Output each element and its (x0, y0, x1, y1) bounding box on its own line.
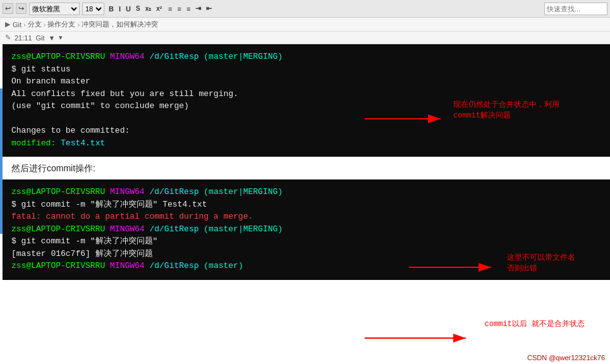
terminal2-prompt2: zss@LAPTOP-CRIVSRRU MINGW64 /d/GitResp (… (11, 223, 601, 236)
line-col: 21:11 (15, 34, 32, 42)
watermark: CSDN @qwer12321ck76 (527, 354, 605, 361)
edit-icon: ✎ (5, 33, 11, 42)
breadcrumb-sep2: › (44, 21, 46, 28)
annotation1-container: 现在仍然处于合并状态中，利用 commit解决问题 (453, 100, 559, 121)
terminal1-user: zss@LAPTOP-CRIVSRRU (11, 52, 105, 61)
annotation2-arrow-svg (403, 256, 516, 294)
terminal2-branch1: (master|MERGING) (204, 187, 283, 197)
annotation3-container: commit以后 就不是合并状态 (485, 319, 585, 330)
align-right-icon[interactable]: ≡ (185, 4, 192, 13)
outdent-icon[interactable]: ⇤ (204, 4, 214, 13)
git-label: Git (36, 34, 45, 42)
terminal2-cmd1: $ git commit -m "解决了冲突问题" Test4.txt (11, 198, 601, 211)
indent-icon[interactable]: ⇥ (193, 4, 203, 13)
terminal1-line5: Changes to be committed: (11, 124, 601, 137)
terminal2-user2: zss@LAPTOP-CRIVSRRU (11, 224, 105, 234)
subscript-icon[interactable]: x₂ (143, 4, 154, 13)
terminal2-line1: fatal: cannot do a partial commit during… (11, 210, 601, 223)
terminal2-env2: MINGW64 (110, 224, 145, 234)
align-icons: ≡ ≡ ≡ ⇥ ⇤ (166, 4, 214, 13)
terminal2-branch2: (master|MERGING) (204, 224, 283, 234)
terminal1-branch: (master|MERGING) (204, 52, 283, 61)
annotation2-text: 这里不可以带文件名 否则出错 (507, 253, 575, 274)
edit-bar: ✎ 21:11 Git ▼ ▾ (0, 32, 610, 44)
align-center-icon[interactable]: ≡ (176, 4, 183, 13)
search-input[interactable] (544, 3, 607, 15)
strikethrough-icon[interactable]: S (134, 4, 142, 13)
terminal1-env: MINGW64 (110, 52, 145, 61)
breadcrumb-git[interactable]: Git (13, 21, 21, 28)
terminal2-env3: MINGW64 (110, 261, 145, 270)
annotation3-text: commit以后 就不是合并状态 (485, 319, 585, 330)
terminal2-user3: zss@LAPTOP-CRIVSRRU (11, 261, 105, 270)
terminal1-cmd1: $ git status (11, 63, 601, 76)
terminal1-path: /d/GitResp (149, 52, 198, 61)
breadcrumb-opbranch[interactable]: 操作分支 (47, 20, 75, 29)
annotation2-container: 这里不可以带文件名 否则出错 (507, 253, 575, 274)
terminal2-env1: MINGW64 (110, 187, 145, 197)
bold-icon[interactable]: B (107, 4, 116, 13)
terminal2-prompt1: zss@LAPTOP-CRIVSRRU MINGW64 /d/GitResp (… (11, 186, 601, 198)
align-left-icon[interactable]: ≡ (166, 4, 174, 13)
annotation3-arrow-svg (358, 319, 491, 357)
underline-icon[interactable]: U (124, 4, 133, 13)
terminal2-cmd2: $ git commit -m "解决了冲突问题" (11, 235, 601, 248)
terminal2-path2: /d/GitResp (149, 224, 198, 234)
section-label: 然后进行commit操作: (0, 157, 610, 179)
breadcrumb-branch[interactable]: 分支 (28, 20, 42, 29)
git-extra-btn[interactable]: ▾ (59, 33, 63, 42)
font-select[interactable]: 微软雅黑 (29, 3, 80, 15)
toolbar: ↩ ↪ 微软雅黑 18 B I U S x₂ x² ≡ ≡ ≡ ⇥ ⇤ (0, 0, 610, 18)
breadcrumb-conflict[interactable]: 冲突问题，如何解决冲突 (82, 20, 158, 29)
terminal2-path3: /d/GitResp (149, 261, 198, 270)
undo-button[interactable]: ↩ (3, 3, 13, 14)
breadcrumb-sep1: › (23, 21, 26, 28)
terminal1-line6: modified: Test4.txt (11, 137, 601, 150)
superscript-icon[interactable]: x² (154, 4, 164, 13)
terminal2-path1: /d/GitResp (149, 187, 198, 197)
breadcrumb-sep3: › (77, 21, 80, 28)
annotation1-arrow-svg (358, 106, 497, 150)
terminal1-line1: On branch master (11, 75, 601, 88)
breadcrumb: ▶ Git › 分支 › 操作分支 › 冲突问题，如何解决冲突 (0, 18, 610, 32)
terminal1-line2: All conflicts fixed but you are still me… (11, 88, 601, 100)
format-icons: B I U S x₂ x² (107, 4, 164, 13)
italic-icon[interactable]: I (117, 4, 123, 13)
git-dropdown-icon[interactable]: ▼ (49, 34, 56, 42)
terminal1-prompt-line: zss@LAPTOP-CRIVSRRU MINGW64 /d/GitResp (… (11, 51, 601, 63)
redo-button[interactable]: ↪ (16, 3, 27, 14)
breadcrumb-arrow: ▶ (5, 20, 10, 28)
terminal2-branch3: (master) (204, 261, 243, 270)
font-size-select[interactable]: 18 (82, 3, 104, 15)
content-wrapper: zss@LAPTOP-CRIVSRRU MINGW64 /d/GitResp (… (0, 44, 610, 364)
terminal2-user1: zss@LAPTOP-CRIVSRRU (11, 187, 105, 197)
